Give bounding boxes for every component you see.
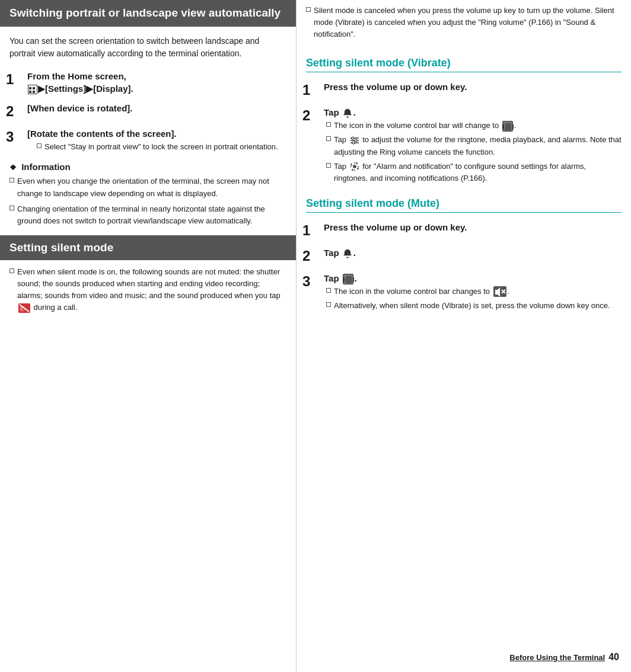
step-3-note: Select "Stay in portrait view" to lock t… xyxy=(27,141,286,153)
step-1-number: 1 xyxy=(6,71,27,88)
mute-step-1-content: Press the volume up or down key. xyxy=(324,221,622,233)
vibrate-section-header: Setting silent mode (Vibrate) xyxy=(306,57,622,72)
mute-step-2-text: Tap . xyxy=(324,248,356,258)
svg-rect-0 xyxy=(29,87,31,89)
step-3-row: 3 [Rotate the contents of the screen]. S… xyxy=(0,125,296,155)
silent-body-text: Even when silent mode is on, the followi… xyxy=(17,266,286,314)
vibrate-step-2-subnotes: The icon in the volume control bar will … xyxy=(324,120,622,184)
right-top-note: Silent mode is canceled when you press t… xyxy=(297,5,631,51)
vibrate-step-1-row: 1 Press the volume up or down key. xyxy=(297,78,631,101)
mute-header-text: Setting silent mode (Mute) xyxy=(306,197,439,209)
home-grid-icon xyxy=(28,85,37,94)
subnote-3-bullet xyxy=(326,163,331,168)
mute-step-3-text: Tap . xyxy=(324,273,357,283)
vibrate-step-2-number: 2 xyxy=(302,107,324,124)
step-1-content: From the Home screen, ▶[Settings]▶[Displ… xyxy=(27,70,286,95)
mute-section-header: Setting silent mode (Mute) xyxy=(306,197,622,213)
mute-bell-icon xyxy=(342,248,353,259)
subnote-1-text: The icon in the volume control bar will … xyxy=(334,120,516,132)
svg-rect-6 xyxy=(505,123,511,130)
page-container: Switching portrait or landscape view aut… xyxy=(0,0,631,672)
section1-header-text: Switching portrait or landscape view aut… xyxy=(9,7,281,19)
vibrate-step-1-content: Press the volume up or down key. xyxy=(324,81,622,93)
subnote-2-text: Tap to adjust the volume for the rington… xyxy=(334,134,622,158)
left-column: Switching portrait or landscape view aut… xyxy=(0,0,297,672)
bell-icon xyxy=(342,108,353,119)
svg-point-14 xyxy=(352,142,355,144)
right-note-text: Silent mode is canceled when you press t… xyxy=(314,5,622,40)
footer-page-number: 40 xyxy=(608,652,619,663)
section2-header: Setting silent mode xyxy=(0,235,296,260)
section2-header-text: Setting silent mode xyxy=(9,241,113,254)
step-2-text: [When device is rotated]. xyxy=(27,103,133,113)
subnote-3-text: Tap for "Alarm and notification" to conf… xyxy=(334,161,622,184)
step-3-content: [Rotate the contents of the screen]. Sel… xyxy=(27,127,286,153)
mute-step-2-content: Tap . xyxy=(324,247,622,259)
mute-step-1-text: Press the volume up or down key. xyxy=(324,222,467,232)
svg-point-12 xyxy=(352,137,354,139)
mute-step-3-row: 3 Tap . The icon in the volume control b… xyxy=(297,270,631,316)
gear-icon xyxy=(349,161,360,172)
info-item-1: Even when you change the orientation of … xyxy=(9,175,286,199)
vibrate-step-1-text: Press the volume up or down key. xyxy=(324,82,467,92)
info-title: Information xyxy=(9,162,286,172)
vibrate-icon-2 xyxy=(343,274,353,284)
subnote-1-bullet xyxy=(326,122,331,127)
mute-subnote-2: Alternatively, when silent mode (Vibrate… xyxy=(324,300,622,312)
info-text-2: Changing orientation of the terminal in … xyxy=(17,203,286,227)
section1-body-text: You can set the screen orientation to sw… xyxy=(9,36,259,59)
info-bullet-2 xyxy=(9,206,14,210)
svg-rect-3 xyxy=(33,91,35,93)
step-3-number: 3 xyxy=(6,129,27,146)
mute-step-3-number: 3 xyxy=(302,273,324,290)
mute-step-3-content: Tap . The icon in the volume control bar… xyxy=(324,272,622,314)
step-2-row: 2 [When device is rotated]. xyxy=(0,100,296,123)
step-2-content: [When device is rotated]. xyxy=(27,102,286,114)
bullet-icon xyxy=(37,143,42,148)
right-column: Silent mode is canceled when you press t… xyxy=(297,0,631,672)
svg-rect-2 xyxy=(29,91,31,93)
subnote-2-bullet xyxy=(326,136,331,141)
sliders-icon xyxy=(349,135,360,146)
mute-subnote-2-bullet xyxy=(326,302,331,307)
mute-subnote-1: The icon in the volume control bar chang… xyxy=(324,286,622,297)
svg-point-15 xyxy=(353,165,356,168)
step-2-number: 2 xyxy=(6,103,27,120)
silent-info-item: Even when silent mode is on, the followi… xyxy=(9,266,286,314)
section2-body: Even when silent mode is on, the followi… xyxy=(0,266,296,325)
mute-subnote-1-text: The icon in the volume control bar chang… xyxy=(334,286,509,297)
vibrate-icon xyxy=(502,121,513,132)
subnote-1: The icon in the volume control bar will … xyxy=(324,120,622,132)
page-footer: Before Using the Terminal 40 xyxy=(509,652,619,663)
right-note-item: Silent mode is canceled when you press t… xyxy=(306,5,622,40)
mute-subnote-2-text: Alternatively, when silent mode (Vibrate… xyxy=(334,300,610,312)
step-1-text: From the Home screen, ▶[Settings]▶[Displ… xyxy=(27,71,133,94)
step-3-note-text: Select "Stay in portrait view" to lock t… xyxy=(44,141,278,153)
information-section: Information Even when you change the ori… xyxy=(0,157,296,235)
mute-step-2-row: 2 Tap . xyxy=(297,244,631,267)
right-note-bullet xyxy=(306,7,311,12)
mute-step-3-subnotes: The icon in the volume control bar chang… xyxy=(324,286,622,312)
vibrate-step-2-row: 2 Tap . The icon in the volume control b… xyxy=(297,104,631,189)
svg-rect-16 xyxy=(346,276,352,283)
mute-icon xyxy=(493,286,506,297)
vibrate-step-1-number: 1 xyxy=(302,82,324,99)
svg-rect-1 xyxy=(33,87,35,89)
vibrate-header-text: Setting silent mode (Vibrate) xyxy=(306,57,451,69)
info-title-text: Information xyxy=(21,162,71,172)
section1-header: Switching portrait or landscape view aut… xyxy=(0,0,296,27)
vibrate-step-2-text: Tap . xyxy=(324,107,356,117)
info-bullet-1 xyxy=(9,178,14,183)
info-item-2: Changing orientation of the terminal in … xyxy=(9,203,286,227)
step-1-row: 1 From the Home screen, ▶[Settings]▶[Dis… xyxy=(0,68,296,97)
footer-label: Before Using the Terminal xyxy=(509,653,605,662)
mute-step-1-number: 1 xyxy=(302,222,324,239)
svg-point-13 xyxy=(355,139,357,142)
mute-step-1-row: 1 Press the volume up or down key. xyxy=(297,219,631,242)
vibrate-step-2-content: Tap . The icon in the volume control bar… xyxy=(324,106,622,187)
phone-mute-icon: ✆ xyxy=(18,303,30,313)
mute-subnote-1-bullet xyxy=(326,288,331,293)
subnote-2: Tap to adjust the volume for the rington… xyxy=(324,134,622,158)
info-text-1: Even when you change the orientation of … xyxy=(17,175,286,199)
silent-bullet xyxy=(9,268,14,273)
